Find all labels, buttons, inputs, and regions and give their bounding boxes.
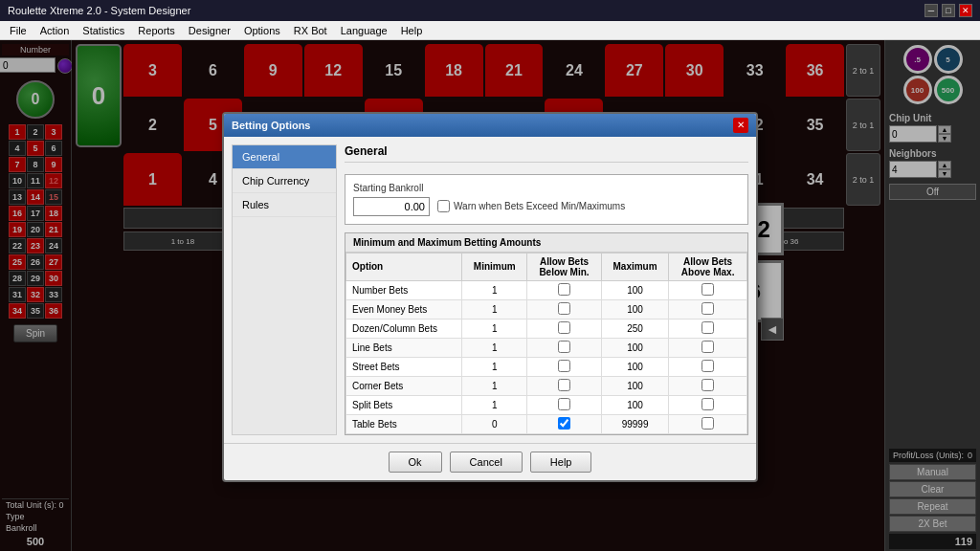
- menu-language[interactable]: Language: [335, 23, 393, 38]
- bankroll-input-field[interactable]: [353, 197, 430, 216]
- cell-max: 250: [601, 319, 668, 338]
- allow-below-checkbox[interactable]: [558, 321, 570, 334]
- dialog-title: Betting Options: [232, 120, 311, 131]
- cell-allow-below: [527, 395, 602, 414]
- allow-below-checkbox[interactable]: [558, 379, 570, 391]
- table-row: Dozen/Column Bets 1 250: [346, 319, 747, 338]
- table-row: Number Bets 1 100: [346, 280, 747, 299]
- window-controls: ─ □ ✕: [924, 4, 972, 17]
- close-button[interactable]: ✕: [959, 4, 972, 17]
- allow-above-checkbox[interactable]: [702, 360, 714, 372]
- cancel-button[interactable]: Cancel: [450, 452, 523, 473]
- col-allow-below: Allow BetsBelow Min.: [527, 253, 602, 280]
- cell-allow-below: [527, 414, 602, 433]
- nav-general[interactable]: General: [233, 145, 336, 169]
- table-row: Even Money Bets 1 100: [346, 299, 747, 319]
- table-row: Line Bets 1 100: [346, 338, 747, 357]
- nav-chip-currency[interactable]: Chip Currency: [233, 169, 336, 193]
- menu-statistics[interactable]: Statistics: [77, 23, 130, 38]
- menu-rxbot[interactable]: RX Bot: [288, 23, 333, 38]
- cell-option: Number Bets: [346, 280, 462, 299]
- cell-min: 1: [462, 338, 527, 357]
- cell-min: 0: [462, 414, 527, 433]
- cell-allow-below: [527, 280, 602, 299]
- cell-allow-above: [669, 395, 747, 414]
- cell-max: 100: [601, 357, 668, 376]
- allow-above-checkbox[interactable]: [702, 283, 714, 296]
- cell-allow-above: [669, 338, 747, 357]
- cell-allow-above: [669, 280, 747, 299]
- maximize-button[interactable]: □: [942, 4, 955, 17]
- menu-reports[interactable]: Reports: [132, 23, 181, 38]
- title-bar: Roulette Xtreme 2.0 - System Designer ─ …: [0, 0, 980, 21]
- cell-allow-below: [527, 299, 602, 319]
- warn-checkbox[interactable]: [437, 200, 450, 212]
- allow-below-checkbox[interactable]: [558, 417, 570, 430]
- col-allow-above: Allow BetsAbove Max.: [669, 253, 747, 280]
- dialog-close-button[interactable]: ✕: [733, 118, 748, 133]
- allow-below-checkbox[interactable]: [558, 302, 570, 315]
- allow-above-checkbox[interactable]: [702, 341, 714, 353]
- table-row: Corner Bets 1 100: [346, 376, 747, 395]
- dialog-content: General Starting Bankroll Warn when Bets…: [345, 144, 748, 435]
- minmax-section: Minimum and Maximum Betting Amounts Opti…: [345, 232, 748, 435]
- cell-max: 100: [601, 376, 668, 395]
- cell-allow-below: [527, 319, 602, 338]
- menu-action[interactable]: Action: [34, 23, 76, 38]
- cell-min: 1: [462, 357, 527, 376]
- col-option: Option: [346, 253, 462, 280]
- bankroll-group: Starting Bankroll Warn when Bets Exceed …: [345, 174, 748, 225]
- nav-rules[interactable]: Rules: [233, 193, 336, 217]
- betting-options-dialog: Betting Options ✕ General Chip Currency …: [222, 112, 758, 482]
- warn-label-text: Warn when Bets Exceed Min/Maximums: [454, 201, 625, 211]
- allow-above-checkbox[interactable]: [702, 379, 714, 391]
- help-button[interactable]: Help: [530, 452, 592, 473]
- menu-designer[interactable]: Designer: [183, 23, 236, 38]
- allow-above-checkbox[interactable]: [702, 321, 714, 334]
- allow-below-checkbox[interactable]: [558, 360, 570, 372]
- minimize-button[interactable]: ─: [924, 4, 938, 17]
- cell-option: Split Bets: [346, 395, 462, 414]
- menu-options[interactable]: Options: [238, 23, 286, 38]
- table-row: Table Bets 0 99999: [346, 414, 747, 433]
- cell-max: 100: [601, 280, 668, 299]
- cell-min: 1: [462, 280, 527, 299]
- table-row: Split Bets 1 100: [346, 395, 747, 414]
- allow-below-checkbox[interactable]: [558, 341, 570, 353]
- cell-option: Table Bets: [346, 414, 462, 433]
- menu-file[interactable]: File: [4, 23, 33, 38]
- cell-min: 1: [462, 299, 527, 319]
- cell-min: 1: [462, 376, 527, 395]
- minmax-table: Option Minimum Allow BetsBelow Min. Maxi…: [345, 253, 747, 434]
- cell-option: Street Bets: [346, 357, 462, 376]
- menu-help[interactable]: Help: [395, 23, 429, 38]
- cell-max: 99999: [601, 414, 668, 433]
- ok-button[interactable]: Ok: [389, 452, 442, 473]
- dialog-nav: General Chip Currency Rules: [232, 144, 337, 435]
- col-maximum: Maximum: [601, 253, 668, 280]
- cell-option: Line Bets: [346, 338, 462, 357]
- cell-min: 1: [462, 319, 527, 338]
- warn-checkbox-label: Warn when Bets Exceed Min/Maximums: [437, 200, 625, 212]
- allow-above-checkbox[interactable]: [702, 398, 714, 410]
- allow-above-checkbox[interactable]: [702, 302, 714, 315]
- main-area: Number 0 0 1 2 3 4 5 6 7 8 9 10 11 12 13…: [0, 40, 980, 551]
- cell-option: Dozen/Column Bets: [346, 319, 462, 338]
- bankroll-group-label: Starting Bankroll: [353, 183, 740, 193]
- cell-max: 100: [601, 338, 668, 357]
- minmax-title: Minimum and Maximum Betting Amounts: [345, 233, 747, 253]
- allow-below-checkbox[interactable]: [558, 283, 570, 296]
- cell-allow-above: [669, 299, 747, 319]
- allow-below-checkbox[interactable]: [558, 398, 570, 410]
- col-minimum: Minimum: [462, 253, 527, 280]
- cell-allow-above: [669, 357, 747, 376]
- allow-above-checkbox[interactable]: [702, 417, 714, 430]
- cell-option: Corner Bets: [346, 376, 462, 395]
- cell-allow-above: [669, 376, 747, 395]
- dialog-titlebar: Betting Options ✕: [224, 114, 756, 137]
- cell-allow-below: [527, 338, 602, 357]
- cell-min: 1: [462, 395, 527, 414]
- menu-bar: File Action Statistics Reports Designer …: [0, 21, 980, 40]
- title-text: Roulette Xtreme 2.0 - System Designer: [8, 5, 190, 16]
- dialog-body: General Chip Currency Rules General Star…: [224, 137, 756, 443]
